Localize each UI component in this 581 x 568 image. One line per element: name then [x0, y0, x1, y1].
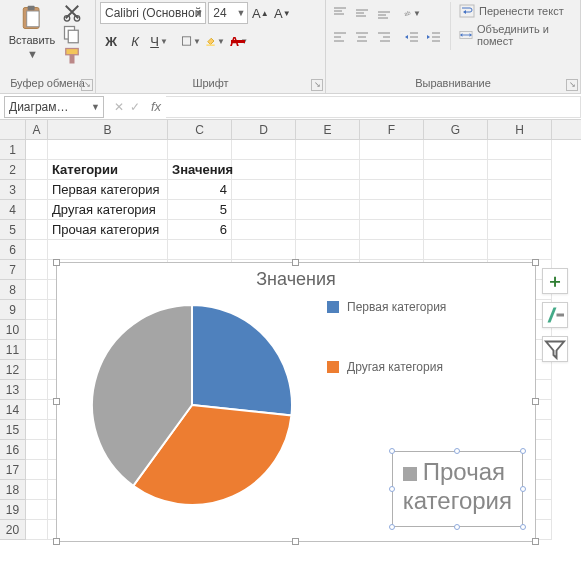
row-header[interactable]: 15 [0, 420, 26, 440]
cell[interactable] [232, 180, 296, 200]
cell[interactable] [424, 160, 488, 180]
col-header[interactable]: B [48, 120, 168, 139]
cell[interactable] [424, 180, 488, 200]
pie-chart[interactable] [57, 290, 327, 520]
align-right-button[interactable] [374, 26, 394, 48]
row-header[interactable]: 12 [0, 360, 26, 380]
cell[interactable] [296, 220, 360, 240]
col-header[interactable]: F [360, 120, 424, 139]
row-header[interactable]: 6 [0, 240, 26, 260]
cell[interactable] [48, 240, 168, 260]
col-header[interactable]: D [232, 120, 296, 139]
cell[interactable] [48, 140, 168, 160]
row-header[interactable]: 4 [0, 200, 26, 220]
cell[interactable] [26, 300, 48, 320]
font-name-combo[interactable]: Calibri (Основной ▼ [100, 2, 206, 24]
cell[interactable] [26, 480, 48, 500]
col-header[interactable]: G [424, 120, 488, 139]
cell[interactable] [424, 240, 488, 260]
cell[interactable] [488, 140, 552, 160]
row-header[interactable]: 7 [0, 260, 26, 280]
cell[interactable]: Категории [48, 160, 168, 180]
col-header[interactable]: H [488, 120, 552, 139]
wrap-text-button[interactable]: Перенести текст [457, 2, 576, 20]
cell[interactable] [168, 140, 232, 160]
increase-font-button[interactable]: A▲ [250, 2, 270, 24]
merge-center-button[interactable]: Объединить и помест [457, 22, 576, 48]
cell[interactable] [26, 400, 48, 420]
font-color-button[interactable]: A▼ [228, 30, 250, 52]
align-left-button[interactable] [330, 26, 350, 48]
row-header[interactable]: 10 [0, 320, 26, 340]
row-header[interactable]: 17 [0, 460, 26, 480]
align-center-button[interactable] [352, 26, 372, 48]
underline-button[interactable]: Ч▼ [148, 30, 170, 52]
cell[interactable] [26, 240, 48, 260]
cell[interactable]: 5 [168, 200, 232, 220]
cell[interactable] [488, 180, 552, 200]
chevron-down-icon[interactable]: ▼ [91, 102, 100, 112]
cell[interactable] [26, 320, 48, 340]
italic-button[interactable]: К [124, 30, 146, 52]
row-header[interactable]: 14 [0, 400, 26, 420]
cell[interactable] [424, 200, 488, 220]
resize-handle[interactable] [292, 259, 299, 266]
decrease-indent-button[interactable] [402, 26, 422, 48]
cell[interactable]: Прочая категория [48, 220, 168, 240]
bold-button[interactable]: Ж [100, 30, 122, 52]
cell[interactable] [168, 240, 232, 260]
cell[interactable] [26, 340, 48, 360]
cell[interactable] [360, 200, 424, 220]
cell[interactable] [232, 160, 296, 180]
cell[interactable] [232, 220, 296, 240]
cell[interactable] [26, 360, 48, 380]
name-box[interactable]: Диаграм… ▼ [4, 96, 104, 118]
row-header[interactable]: 5 [0, 220, 26, 240]
row-header[interactable]: 13 [0, 380, 26, 400]
cell[interactable] [488, 200, 552, 220]
row-header[interactable]: 18 [0, 480, 26, 500]
cell[interactable] [488, 160, 552, 180]
dialog-launcher-icon[interactable]: ↘ [81, 79, 93, 91]
copy-button[interactable] [62, 24, 82, 44]
cell[interactable] [26, 520, 48, 540]
align-bottom-button[interactable] [374, 2, 394, 24]
cell[interactable] [360, 160, 424, 180]
cell[interactable] [296, 160, 360, 180]
decrease-font-button[interactable]: A▼ [272, 2, 292, 24]
cell[interactable] [424, 140, 488, 160]
cell[interactable] [26, 460, 48, 480]
row-header[interactable]: 9 [0, 300, 26, 320]
row-header[interactable]: 16 [0, 440, 26, 460]
legend-item-editing[interactable]: Прочаякатегория [392, 451, 523, 527]
chevron-down-icon[interactable]: ▼ [27, 48, 38, 60]
cell[interactable] [232, 140, 296, 160]
legend-edit-text[interactable]: Прочаякатегория [403, 458, 512, 514]
resize-handle[interactable] [292, 538, 299, 545]
align-middle-button[interactable] [352, 2, 372, 24]
cell[interactable] [360, 220, 424, 240]
format-painter-button[interactable] [62, 46, 82, 66]
cell[interactable] [488, 220, 552, 240]
cell[interactable] [26, 260, 48, 280]
orientation-button[interactable]: ab▼ [402, 2, 422, 24]
cell[interactable]: Значения [168, 160, 232, 180]
col-header[interactable]: E [296, 120, 360, 139]
select-all-corner[interactable] [0, 120, 26, 139]
increase-indent-button[interactable] [424, 26, 444, 48]
fill-color-button[interactable]: ▼ [204, 30, 226, 52]
font-size-combo[interactable]: 24 ▼ [208, 2, 248, 24]
resize-handle[interactable] [532, 398, 539, 405]
cell[interactable] [232, 240, 296, 260]
align-top-button[interactable] [330, 2, 350, 24]
cell[interactable] [26, 380, 48, 400]
col-header[interactable]: C [168, 120, 232, 139]
row-header[interactable]: 19 [0, 500, 26, 520]
cell[interactable] [296, 200, 360, 220]
cell[interactable] [360, 140, 424, 160]
cell[interactable] [296, 180, 360, 200]
cell[interactable]: Первая категория [48, 180, 168, 200]
cell[interactable] [26, 180, 48, 200]
chart-elements-button[interactable]: ＋ [542, 268, 568, 294]
resize-handle[interactable] [532, 259, 539, 266]
